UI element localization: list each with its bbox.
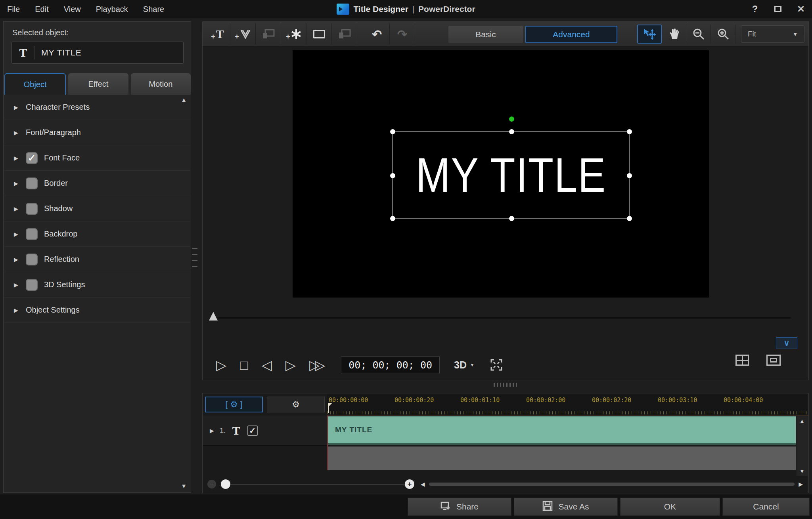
timeline-zoom-out-button[interactable]: − bbox=[207, 480, 216, 488]
insert-shape-button[interactable] bbox=[306, 23, 332, 45]
zoom-fit-dropdown[interactable]: Fit ▼ bbox=[741, 25, 804, 43]
expand-arrow-icon[interactable]: ▶ bbox=[14, 155, 26, 161]
play-button[interactable]: ▷ bbox=[216, 358, 226, 372]
close-button[interactable]: ✕ bbox=[795, 4, 806, 15]
font-face-checkbox[interactable]: ✓ bbox=[26, 152, 38, 164]
basic-mode-button[interactable]: Basic bbox=[448, 26, 523, 43]
undo-button[interactable]: ↶ bbox=[364, 23, 390, 45]
section-character-presets[interactable]: ▶ Character Presets bbox=[4, 95, 191, 120]
shadow-checkbox[interactable]: ✓ bbox=[26, 203, 38, 215]
resize-handle-middle-right[interactable] bbox=[627, 173, 632, 178]
track-expand-arrow-icon[interactable]: ▶ bbox=[210, 427, 214, 434]
tab-motion[interactable]: Motion bbox=[131, 73, 191, 95]
resize-handle-middle-left[interactable] bbox=[390, 173, 395, 178]
3d-settings-checkbox[interactable]: ✓ bbox=[26, 279, 38, 291]
panel-scroll-down-icon[interactable]: ▼ bbox=[181, 483, 187, 489]
pan-tool-button[interactable] bbox=[662, 25, 686, 44]
scroll-up-icon[interactable]: ▲ bbox=[797, 418, 808, 424]
resize-handle-top-right[interactable] bbox=[627, 129, 632, 134]
timeline-playhead-line[interactable] bbox=[327, 416, 328, 470]
preview-seek-bar[interactable] bbox=[214, 317, 791, 319]
title-selection-box[interactable]: MY TITLE bbox=[392, 131, 630, 219]
ok-button[interactable]: OK bbox=[620, 498, 720, 516]
3d-mode-dropdown[interactable]: 3D ▼ bbox=[454, 359, 475, 371]
grid-toggle-button[interactable] bbox=[735, 355, 749, 366]
redo-button[interactable]: ↷ bbox=[390, 23, 415, 45]
timecode-display[interactable]: 00; 00; 00; 00 bbox=[341, 356, 440, 374]
insert-wordart-button[interactable]: + bbox=[230, 23, 256, 45]
expand-arrow-icon[interactable]: ▶ bbox=[14, 180, 26, 187]
zoom-out-button[interactable] bbox=[686, 25, 711, 44]
scroll-left-icon[interactable]: ◀ bbox=[421, 481, 425, 487]
expand-arrow-icon[interactable]: ▶ bbox=[14, 256, 26, 263]
timeline-ruler[interactable]: 00:00:00:00 00:00:00:20 00:00:01:10 00:0… bbox=[327, 393, 808, 416]
border-checkbox[interactable]: ✓ bbox=[26, 177, 38, 189]
rotation-handle[interactable] bbox=[509, 116, 514, 122]
timeline-zoom-slider-track[interactable] bbox=[230, 484, 405, 485]
fast-forward-button[interactable]: ▷▷ bbox=[309, 358, 320, 372]
maximize-button[interactable] bbox=[772, 4, 783, 15]
timeline-splitter-handle[interactable] bbox=[494, 383, 519, 387]
seek-playhead-marker[interactable] bbox=[209, 312, 218, 321]
resize-handle-top-center[interactable] bbox=[509, 129, 514, 134]
preview-canvas[interactable]: MY TITLE bbox=[293, 50, 709, 298]
expand-arrow-icon[interactable]: ▶ bbox=[14, 307, 26, 313]
keyframe-mode-button[interactable]: [ ⚙ ] bbox=[205, 397, 263, 412]
previous-frame-button[interactable]: ◁ bbox=[262, 358, 272, 372]
timeline-vertical-scrollbar[interactable]: ▲ ▼ bbox=[797, 416, 808, 476]
backdrop-checkbox[interactable]: ✓ bbox=[26, 228, 38, 240]
resize-handle-bottom-right[interactable] bbox=[627, 216, 632, 221]
section-3d-settings[interactable]: ▶ ✓ 3D Settings bbox=[4, 272, 191, 298]
title-clip[interactable]: MY TITLE bbox=[328, 416, 796, 445]
insert-particle-button[interactable]: + bbox=[281, 23, 306, 45]
expand-arrow-icon[interactable]: ▶ bbox=[14, 104, 26, 111]
insert-image-button[interactable] bbox=[256, 23, 281, 45]
timeline-horizontal-scrollbar[interactable] bbox=[429, 483, 795, 486]
scrollbar-thumb[interactable] bbox=[429, 483, 795, 486]
track-enable-checkbox[interactable]: ✓ bbox=[247, 426, 258, 436]
track-lane-empty[interactable] bbox=[328, 446, 796, 470]
cancel-button[interactable]: Cancel bbox=[722, 498, 810, 516]
section-shadow[interactable]: ▶ ✓ Shadow bbox=[4, 196, 191, 221]
scroll-down-icon[interactable]: ▼ bbox=[797, 468, 808, 474]
resize-handle-top-left[interactable] bbox=[390, 129, 395, 134]
tab-object[interactable]: Object bbox=[4, 73, 66, 95]
section-reflection[interactable]: ▶ ✓ Reflection bbox=[4, 247, 191, 272]
section-font-face[interactable]: ▶ ✓ Font Face bbox=[4, 145, 191, 171]
section-border[interactable]: ▶ ✓ Border bbox=[4, 171, 191, 196]
selected-object-field[interactable]: T MY TITLE bbox=[11, 42, 184, 64]
next-frame-button[interactable]: ▷ bbox=[285, 358, 296, 372]
preview-title-text[interactable]: MY TITLE bbox=[393, 124, 629, 226]
scroll-right-icon[interactable]: ▶ bbox=[799, 481, 803, 487]
fullscreen-button[interactable] bbox=[490, 359, 502, 371]
panel-collapse-button[interactable]: ∨ bbox=[776, 337, 797, 349]
expand-arrow-icon[interactable]: ▶ bbox=[14, 282, 26, 288]
section-font-paragraph[interactable]: ▶ Font/Paragraph bbox=[4, 120, 191, 145]
zoom-in-button[interactable] bbox=[711, 25, 735, 44]
share-button[interactable]: Share bbox=[408, 498, 511, 516]
section-backdrop[interactable]: ▶ ✓ Backdrop bbox=[4, 221, 191, 247]
plus-icon: + bbox=[211, 32, 215, 41]
resize-handle-bottom-left[interactable] bbox=[390, 216, 395, 221]
insert-background-button[interactable] bbox=[332, 23, 357, 45]
resize-handle-bottom-center[interactable] bbox=[509, 216, 514, 221]
advanced-mode-button[interactable]: Advanced bbox=[525, 26, 617, 43]
save-as-button[interactable]: Save As bbox=[514, 498, 618, 516]
tv-safe-zone-button[interactable] bbox=[766, 355, 781, 366]
expand-arrow-icon[interactable]: ▶ bbox=[14, 206, 26, 212]
help-button[interactable]: ? bbox=[749, 4, 760, 15]
expand-arrow-icon[interactable]: ▶ bbox=[14, 130, 26, 136]
expand-arrow-icon[interactable]: ▶ bbox=[14, 231, 26, 237]
select-move-tool-button[interactable] bbox=[637, 25, 662, 44]
timeline-zoom-in-button[interactable]: + bbox=[405, 479, 414, 489]
stop-button[interactable]: □ bbox=[240, 358, 248, 372]
timeline-playhead-flag[interactable] bbox=[328, 403, 332, 413]
timeline-zoom-slider-knob[interactable] bbox=[221, 479, 230, 489]
tab-effect[interactable]: Effect bbox=[68, 73, 128, 95]
insert-text-button[interactable]: + T bbox=[205, 23, 230, 45]
panel-splitter-handle[interactable] bbox=[192, 248, 197, 267]
panel-scroll-up-icon[interactable]: ▲ bbox=[181, 96, 187, 103]
section-object-settings[interactable]: ▶ Object Settings bbox=[4, 298, 191, 323]
add-keyframe-button[interactable]: ⚙ bbox=[267, 397, 325, 412]
reflection-checkbox[interactable]: ✓ bbox=[26, 254, 38, 265]
